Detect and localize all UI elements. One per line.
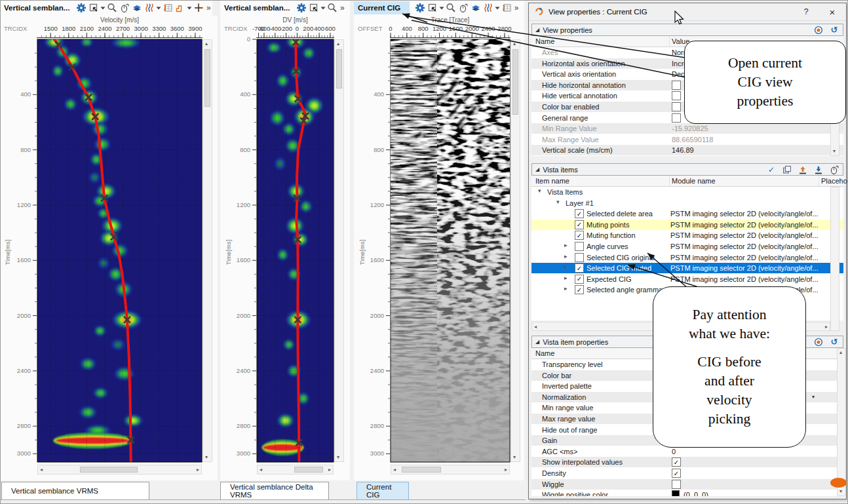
property-row[interactable]: Min Range Value-15.920825 [531,123,843,134]
callout-line: properties [685,92,845,111]
collapse-triangle-icon[interactable]: ◢ [535,27,539,33]
download-icon[interactable] [813,165,824,175]
checkbox[interactable] [672,91,681,100]
tree-row[interactable]: ▾Vista Items [531,187,843,197]
pan-icon[interactable] [87,2,100,14]
gear-icon[interactable] [75,2,87,14]
dropdown-caret-icon[interactable] [100,2,106,14]
layers-icon[interactable] [130,2,143,14]
svg-text:200: 200 [303,25,313,32]
checkbox[interactable]: ✓ [672,469,681,478]
color-swatch[interactable] [672,490,680,496]
section-header-vista-items[interactable]: ◢ Vista items ✓ [531,163,843,176]
property-row[interactable]: Wiggle [531,479,839,490]
grids-icon[interactable] [161,2,174,14]
property-row[interactable]: Max Range Value88.66590118 [531,134,843,145]
target-icon[interactable] [813,25,824,35]
orange-ellipse-annotation [830,478,847,488]
callout-line: picking [653,410,805,429]
property-name: Gain [542,436,557,444]
dvrms-hscrollbar[interactable]: ◂▸ [257,465,334,475]
tree-row[interactable]: ▾Layer #1 [531,198,843,208]
property-row[interactable]: Wiggle positive color(0, 0, 0) [531,490,839,496]
dropdown-caret-icon[interactable] [155,2,161,14]
tree-row[interactable]: ✓Muting pointsPSTM imaging selector 2D (… [531,220,843,230]
check-icon[interactable]: ✓ [766,165,777,174]
vrms-vscrollbar[interactable]: ▴▾ [202,39,212,462]
property-row[interactable]: AGC <ms>0 [531,446,839,457]
layers-icon[interactable] [469,2,482,14]
property-row[interactable]: Density✓ [531,468,839,478]
zoom-icon[interactable] [106,2,118,14]
svg-text:1200: 1200 [237,201,250,208]
zoom-icon[interactable] [444,2,457,14]
tree-row[interactable]: ▸Selected CIG originalPSTM imaging selec… [531,252,843,263]
callout-line [653,343,805,353]
svg-text:1600: 1600 [449,25,463,32]
toolbar-overflow-icon[interactable]: » [512,2,520,14]
undo-icon[interactable]: ↺ [829,25,839,35]
toolbar-overflow-icon[interactable]: » [338,2,346,14]
tree-row[interactable]: ✓Selected delete areaPSTM imaging select… [531,208,843,219]
svg-text:800: 800 [418,25,429,32]
pan-icon[interactable] [307,2,320,14]
dvrms-vscrollbar[interactable]: ▴▾ [334,39,344,462]
wiggle-icon[interactable] [143,2,155,14]
svg-text:2400: 2400 [370,367,384,374]
section-title: Vista item properties [543,338,608,346]
property-row[interactable]: Vertical scale (ms/cm)146.89 [531,145,843,155]
dropdown-caret-icon[interactable] [494,2,500,14]
upload-icon[interactable] [798,165,808,175]
item-properties-scrollbar[interactable]: ▴ ▾ [837,348,846,496]
tree-row[interactable]: ▸✓Selected CIG mutedPSTM imaging selecto… [531,263,843,273]
dropdown-caret-icon[interactable] [186,2,192,14]
cig-hscrollbar[interactable]: ◂▸ [391,465,510,475]
checkbox[interactable] [672,480,681,489]
wiggle-icon[interactable] [482,2,494,14]
window-titlebar[interactable]: View properties : Current CIG [529,3,846,21]
vista-items-vscrollbar[interactable] [830,187,839,331]
gear-icon[interactable] [414,2,426,14]
tab-current-cig[interactable]: Current CIG [357,482,409,499]
checkbox[interactable]: ✓ [672,457,681,467]
property-value: 0 [672,448,676,456]
collapse-triangle-icon[interactable]: ◢ [535,339,539,345]
copy-icon[interactable] [782,165,792,175]
checkbox[interactable] [672,81,681,90]
toolbar-overflow-icon[interactable]: » [204,2,212,14]
lasso-icon[interactable] [457,2,469,14]
cig-vscrollbar[interactable]: ▴▾ [511,39,520,462]
close-button[interactable]: × [826,7,838,18]
pan-icon[interactable] [426,2,438,14]
tree-row[interactable]: ✓Muting functionPSTM imaging selector 2D… [531,230,843,241]
tab-vertical-semblance-vrms[interactable]: Vertical semblance VRMS [1,482,149,499]
grids-icon[interactable] [500,2,512,14]
dropdown-caret-icon[interactable] [438,2,444,14]
hist-icon[interactable] [174,2,186,14]
target-icon[interactable] [813,337,824,347]
section-header-view-properties[interactable]: ◢ View properties ↺ [531,24,843,36]
callout-line: and after [653,372,805,391]
gear-icon[interactable] [295,2,307,14]
cross-icon[interactable] [192,2,204,14]
property-name: Density [542,469,566,477]
tree-row[interactable]: ▸Angle curvesPSTM imaging selector 2D (v… [531,241,843,252]
property-value: (0, 0, 0) [684,491,708,496]
svg-text:2800: 2800 [17,422,31,429]
undo-icon[interactable]: ↺ [829,337,839,347]
property-name: Transparency level [542,360,603,368]
checkbox[interactable] [672,113,681,123]
vrms-hscrollbar[interactable]: ◂▸ [37,465,202,475]
tree-row[interactable]: ▸✓Expected CIGPSTM imaging selector 2D (… [531,274,843,284]
help-button[interactable]: ? [800,7,812,16]
zoom-icon[interactable] [326,2,338,14]
tab-vertical-semblance-delta-vrms[interactable]: Vertical semblance Delta VRMS [220,482,329,499]
lasso-icon[interactable] [829,165,839,175]
dropdown-caret-icon[interactable]: ▾ [812,394,815,400]
lasso-icon[interactable] [118,2,130,14]
checkbox[interactable] [672,102,681,111]
dropdown-caret-icon[interactable] [320,2,326,14]
property-row[interactable]: Show interpolated values✓ [531,457,839,467]
svg-text:2000: 2000 [237,312,250,319]
collapse-triangle-icon[interactable]: ◢ [535,166,539,172]
